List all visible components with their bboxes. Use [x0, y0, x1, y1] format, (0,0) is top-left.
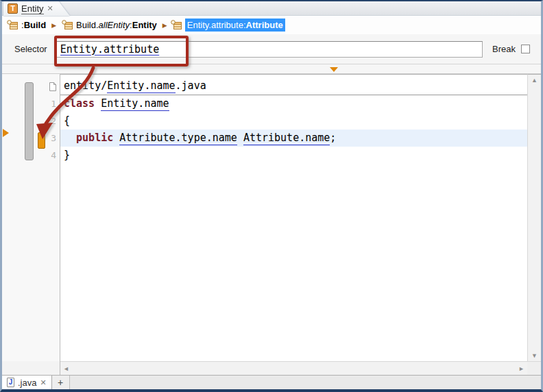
placeholder-link[interactable]: Entity.name	[101, 97, 169, 111]
line-number: 1	[49, 95, 56, 112]
line-marker[interactable]	[38, 132, 45, 149]
scroll-left-icon[interactable]: ◄	[63, 363, 69, 374]
break-label: Break	[492, 44, 516, 54]
line-numbers: 1 2 3 4	[49, 77, 56, 164]
template-editor-window: T Entity ✕ :Build ▶ Build.allEntity:Enti…	[0, 0, 543, 392]
close-icon[interactable]: ✕	[40, 378, 46, 387]
scroll-right-icon[interactable]: ►	[518, 363, 524, 374]
editor-tab-bar: T Entity ✕	[2, 1, 541, 16]
breadcrumb-label: Entity.attribute:Attribute	[187, 20, 283, 30]
horizontal-scrollbar[interactable]: ◄ ►	[60, 361, 527, 375]
splitter-sash	[2, 64, 541, 74]
vertical-scrollbar[interactable]: ▲ ▼	[527, 74, 541, 361]
tab-java[interactable]: J .java ✕	[2, 376, 52, 389]
scroll-up-icon[interactable]: ▲	[531, 75, 538, 86]
breadcrumb-label: Build.allEntity:Entity	[76, 20, 157, 30]
breadcrumb-arrow-icon: ▶	[51, 22, 57, 29]
file-icon	[49, 77, 56, 95]
code-editor[interactable]: entity/Entity.name.java class Entity.nam…	[60, 74, 527, 361]
tab-java-label: .java	[18, 378, 36, 388]
line-number: 2	[49, 112, 56, 130]
gutter-bottom-spacer	[2, 361, 60, 375]
breadcrumb-item-attribute-selected[interactable]: Entity.attribute:Attribute	[185, 19, 285, 32]
java-file-icon: J	[7, 378, 14, 387]
code-line-1: class Entity.name	[60, 95, 527, 112]
gutter-pointer-icon[interactable]	[3, 129, 9, 137]
scroll-down-icon[interactable]: ▼	[531, 350, 538, 361]
template-icon: T	[8, 3, 18, 14]
breadcrumb: :Build ▶ Build.allEntity:Entity ▶ Entity…	[2, 16, 541, 34]
breadcrumb-item-build[interactable]: :Build	[5, 19, 48, 32]
add-tab-button[interactable]: +	[52, 376, 70, 389]
selector-input[interactable]	[56, 41, 483, 58]
code-line-3-highlighted: public Attribute.type.name Attribute.nam…	[60, 130, 527, 147]
break-checkbox[interactable]	[521, 45, 530, 53]
tab-title: Entity	[21, 3, 44, 14]
breadcrumb-item-allentity[interactable]: Build.allEntity:Entity	[60, 19, 159, 32]
selector-label: Selector	[14, 44, 47, 54]
placeholder-link[interactable]: Attribute.type.name	[119, 132, 237, 145]
bottom-tab-bar: J .java ✕ +	[2, 375, 541, 389]
code-header-line: entity/Entity.name.java	[60, 77, 527, 95]
code-line-4: }	[60, 147, 527, 164]
scrollbar-corner	[527, 361, 541, 375]
placeholder-link[interactable]: Attribute.name	[243, 132, 330, 145]
breadcrumb-arrow-icon: ▶	[162, 22, 168, 29]
placeholder-link[interactable]: Entity.name	[107, 79, 175, 93]
tab-entity[interactable]: T Entity ✕	[3, 1, 70, 16]
code-line-2: {	[60, 112, 527, 130]
class-icon	[62, 20, 73, 30]
close-icon[interactable]: ✕	[47, 4, 53, 13]
line-number: 3	[49, 130, 56, 147]
collapse-handle-icon[interactable]	[330, 67, 338, 72]
editor-gutter: 1 2 3 4	[2, 74, 60, 361]
selector-row: Selector Break	[2, 34, 541, 64]
breadcrumb-label: :Build	[21, 20, 46, 30]
class-icon	[7, 20, 19, 30]
line-number: 4	[49, 147, 56, 164]
gutter-drag-bar[interactable]	[25, 82, 34, 160]
class-icon	[171, 20, 182, 30]
